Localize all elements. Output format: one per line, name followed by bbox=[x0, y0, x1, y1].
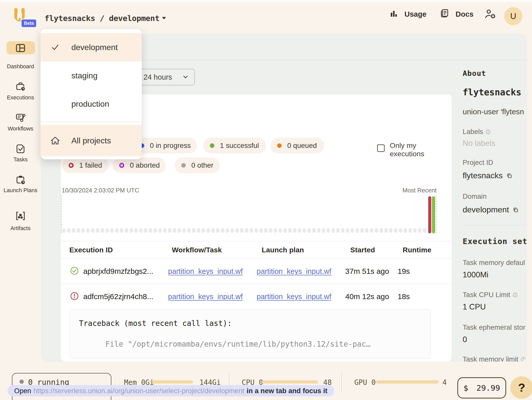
tasks-icon bbox=[15, 143, 26, 154]
info-icon[interactable] bbox=[513, 293, 518, 297]
filter-chip-aborted[interactable]: 0 aborted bbox=[113, 158, 166, 173]
help-button[interactable]: ? bbox=[510, 376, 532, 399]
docs-button[interactable] bbox=[439, 9, 449, 19]
filter-chip-other[interactable]: 0 other bbox=[175, 158, 220, 173]
breadcrumb[interactable]: flytesnacks / development bbox=[45, 14, 159, 23]
cpu-progress-bar bbox=[262, 380, 318, 384]
sidebar-item-tasks[interactable] bbox=[15, 143, 26, 154]
execution-id[interactable]: apbrjxfd9mzfzbgs2... bbox=[83, 267, 153, 276]
sidebar-item-launch-plans[interactable] bbox=[15, 174, 26, 186]
sidebar-item-executions[interactable] bbox=[15, 81, 26, 92]
sidebar-label-artifacts[interactable]: Artifacts bbox=[0, 225, 41, 232]
home-icon bbox=[50, 135, 61, 146]
col-header-runtime: Runtime bbox=[403, 246, 431, 254]
timeline-bar-failed[interactable] bbox=[428, 196, 431, 233]
launch-plan-link[interactable]: partition_keys_input.wf bbox=[257, 293, 331, 301]
table-header-divider bbox=[61, 258, 451, 259]
menu-item-label: staging bbox=[71, 71, 97, 80]
menu-item-production[interactable]: production bbox=[40, 90, 142, 118]
avatar[interactable]: U bbox=[504, 7, 522, 25]
timeline-bar-succeeded[interactable] bbox=[432, 196, 435, 233]
menu-item-label: development bbox=[71, 43, 118, 52]
workflows-icon bbox=[15, 112, 26, 123]
gpu-max: 4 bbox=[442, 378, 447, 387]
sidebar-label-dashboard[interactable]: Dashboard bbox=[0, 63, 41, 70]
setting-label-text: Task memory limit bbox=[463, 355, 518, 362]
launch-plan-link[interactable]: partition_keys_input.wf bbox=[257, 267, 331, 276]
usage-label[interactable]: Usage bbox=[404, 10, 426, 18]
bar-chart-icon bbox=[390, 10, 398, 18]
execution-id[interactable]: adfcm5j62zjrn4ch8... bbox=[83, 292, 153, 301]
window-top-strip bbox=[0, 0, 532, 2]
user-admin-button[interactable] bbox=[484, 9, 497, 20]
started-value: 37m 51s ago bbox=[345, 267, 389, 276]
traceback-box[interactable]: Traceback (most recent call last): File … bbox=[70, 309, 431, 359]
started-value: 40m 12s ago bbox=[345, 292, 389, 301]
usage-button[interactable] bbox=[390, 10, 398, 18]
workflow-link[interactable]: partition_keys_input.wf bbox=[168, 267, 243, 276]
runtime-value: 19s bbox=[398, 267, 410, 276]
mem-progress-bar bbox=[152, 380, 193, 384]
domain-text: development bbox=[463, 205, 509, 214]
setting-value-task-cpu-limit: 1 CPU bbox=[463, 302, 486, 312]
domain-label: Domain bbox=[463, 192, 487, 201]
status-bubble-suffix: in a new tab and focus it bbox=[247, 387, 327, 395]
filter-chip-queued[interactable]: 0 queued bbox=[271, 138, 324, 153]
labels-label: Labels bbox=[463, 128, 490, 136]
failed-ring-icon bbox=[69, 163, 74, 168]
col-header-launch-plan: Launch plan bbox=[262, 246, 304, 254]
menu-item-all-projects[interactable]: All projects bbox=[40, 125, 142, 156]
sidebar-label-workflows[interactable]: Workflows bbox=[0, 125, 41, 132]
aborted-ring-icon bbox=[119, 163, 124, 168]
domain-value: development bbox=[463, 205, 519, 214]
other-dot-icon bbox=[181, 163, 186, 168]
sidebar-item-artifacts[interactable] bbox=[15, 210, 26, 221]
about-project-name: flytesnacks bbox=[463, 87, 521, 97]
link-status-bubble: Open https://serverless.union.ai/org/uni… bbox=[8, 385, 334, 396]
filter-chip-failed[interactable]: 1 failed bbox=[62, 158, 109, 173]
breadcrumb-chevron-down-icon[interactable] bbox=[162, 17, 166, 19]
setting-label-text: Task CPU Limit bbox=[463, 291, 510, 299]
menu-item-icon-spacer bbox=[50, 70, 61, 81]
sidebar-label-launch-plans[interactable]: Launch Plans bbox=[0, 187, 41, 194]
menu-item-staging[interactable]: staging bbox=[40, 61, 142, 90]
chip-label: 0 queued bbox=[287, 142, 317, 150]
gpu-label: GPU 0 bbox=[354, 378, 376, 387]
timeline-dot-row bbox=[62, 228, 427, 233]
setting-label-task-memory-limit: Task memory limit bbox=[463, 355, 526, 362]
cost-button[interactable]: $ 29.99 bbox=[457, 377, 506, 398]
chip-label: 0 other bbox=[191, 161, 213, 169]
launch-plans-icon bbox=[15, 174, 26, 186]
domain-select-menu: development staging production All proje… bbox=[40, 29, 142, 159]
running-dot-icon bbox=[19, 380, 24, 384]
chip-label: 1 successful bbox=[220, 142, 259, 150]
sidebar-item-workflows[interactable] bbox=[15, 112, 26, 123]
traceback-line-1: Traceback (most recent call last): bbox=[79, 319, 232, 328]
info-icon[interactable] bbox=[521, 357, 526, 362]
timeline-start-label: 10/30/2024 2:03:02 PM UTC bbox=[62, 187, 139, 194]
copy-icon[interactable] bbox=[513, 207, 519, 213]
status-success-icon bbox=[70, 266, 79, 275]
setting-label-task-cpu-limit: Task CPU Limit bbox=[463, 291, 518, 299]
col-header-started: Started bbox=[350, 246, 375, 254]
workflow-link[interactable]: partition_keys_input.wf bbox=[168, 293, 243, 301]
labels-value: No labels bbox=[463, 139, 495, 148]
labels-text: Labels bbox=[463, 128, 483, 136]
docs-icon bbox=[439, 9, 449, 19]
chevron-down-icon bbox=[183, 76, 188, 79]
sidebar-label-tasks[interactable]: Tasks bbox=[0, 156, 41, 163]
sidebar-item-dashboard[interactable] bbox=[15, 42, 26, 54]
info-icon[interactable] bbox=[486, 129, 490, 134]
docs-label[interactable]: Docs bbox=[456, 10, 474, 18]
project-id-label: Project ID bbox=[463, 159, 493, 167]
filter-chip-successful[interactable]: 1 successful bbox=[203, 138, 266, 153]
menu-item-development[interactable]: development bbox=[40, 33, 142, 61]
copy-icon[interactable] bbox=[506, 173, 512, 179]
about-divider bbox=[463, 225, 527, 225]
sidebar-label-executions[interactable]: Executions bbox=[0, 94, 41, 101]
setting-value-task-ephemeral-storage: 0 bbox=[463, 335, 467, 344]
menu-item-icon-spacer bbox=[50, 98, 61, 109]
status-failed-icon bbox=[70, 292, 79, 300]
table-top-divider bbox=[61, 241, 451, 241]
only-my-executions-checkbox[interactable] bbox=[377, 144, 385, 152]
